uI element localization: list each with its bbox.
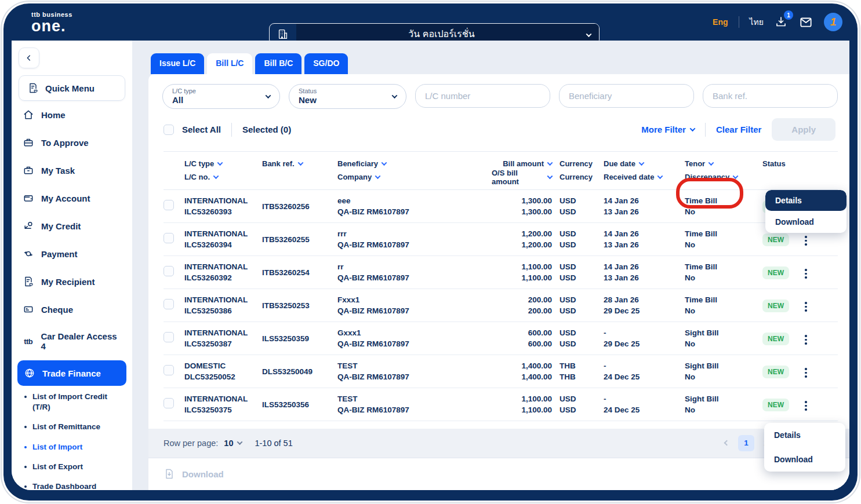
status-badge: NEW [762,333,789,345]
sidebar-item-home[interactable]: Home [19,101,125,129]
row-checkbox[interactable] [164,266,174,276]
avatar[interactable]: 1 [824,13,842,31]
sidebar-subitem-trade-dashboard[interactable]: Trade Dashboard [19,477,125,490]
lc-type-select[interactable]: L/C type All [162,84,280,109]
prev-page-button[interactable] [718,435,735,451]
row-checkbox[interactable] [164,299,174,309]
chevron-down-icon [392,93,398,98]
row-checkbox[interactable] [164,398,174,408]
sidebar-subitem-list-of-export[interactable]: List of Export [19,457,125,477]
language-thai[interactable]: ไทย [750,16,764,28]
sidebar-item-my-account[interactable]: My Account [19,184,125,212]
col-beneficiary[interactable]: Beneficiary Company [337,157,492,184]
col-bank-ref[interactable]: Bank ref. [262,157,337,184]
sidebar-item-car-dealer-access-4[interactable]: ttb Car Dealer Access 4 [19,323,125,359]
table-row[interactable]: INTERNATIONALILC53260393 ITB53260256 eee… [164,190,838,223]
sidebar-item-cheque[interactable]: Cheque [19,295,125,323]
download-button[interactable]: Download [164,468,224,480]
status-badge: NEW [762,366,789,378]
sidebar: Quick Menu Home To Approve My Task [12,41,132,490]
sidebar-item-my-recipient[interactable]: My Recipient [19,268,125,295]
col-status: Status [755,157,800,184]
table-row[interactable]: INTERNATIONALILC53250375 ILS53250356 TES… [164,388,838,421]
row-checkbox[interactable] [164,332,174,342]
sidebar-item-my-task[interactable]: My Task [19,156,125,184]
filter-row: L/C type All Status New [148,74,849,109]
tab-bill-lc[interactable]: Bill L/C [207,53,252,74]
bottom-action-bar: Download [148,458,849,490]
sort-icon[interactable] [297,160,303,166]
sidebar-item-quick-menu[interactable]: Quick Menu [19,75,125,101]
table-row[interactable]: INTERNATIONALILC53250386 ITB53250253 Fxx… [164,289,838,322]
context-menu-download[interactable]: Download [764,447,845,472]
table-row[interactable]: INTERNATIONALILC53260392 ITB53260254 rrQ… [164,256,838,289]
sort-icon[interactable] [213,173,219,179]
sidebar-subitem-list-of-import[interactable]: List of Import [19,437,125,457]
tab-issue-lc[interactable]: Issue L/C [151,53,204,74]
briefcase-icon [22,137,35,148]
language-eng[interactable]: Eng [713,17,728,27]
table-row[interactable]: INTERNATIONALILC53250387 ILS53250359 Gxx… [164,322,838,355]
sidebar-item-payment[interactable]: Payment [19,240,125,268]
row-checkbox[interactable] [164,233,174,243]
col-lc-type[interactable]: L/C type L/C no. [184,157,262,184]
kebab-menu-icon[interactable] [800,298,812,315]
sidebar-item-my-credit[interactable]: My Credit [19,212,125,240]
table-row[interactable]: INTERNATIONALILC53260394 ITB53260255 rrr… [164,223,838,256]
tab-sg-do[interactable]: SG/DO [304,53,348,74]
sort-icon[interactable] [638,160,644,166]
lc-number-input[interactable] [415,84,550,108]
kebab-menu-icon[interactable] [800,397,812,414]
file-download-icon [164,468,175,480]
page-button[interactable]: 1 [738,435,754,451]
chevron-down-icon[interactable] [237,439,243,445]
bullet-icon [24,426,27,428]
context-menu-details[interactable]: Details [764,423,845,447]
pagination-bar: Row per page: 10 1-10 of 51 12345 [148,429,849,458]
tab-bill-bc[interactable]: Bill B/C [255,53,301,74]
company-name: วัน คอเปอร์เรชั่น [296,27,587,41]
col-tenor[interactable]: Tenor Discrepancy [677,157,755,184]
context-menu-details[interactable]: Details [765,190,847,211]
sidebar-item-to-approve[interactable]: To Approve [19,129,125,156]
row-context-menu: Details Download [764,423,845,472]
sort-icon[interactable] [382,160,387,166]
context-menu-download[interactable]: Download [765,211,847,233]
sidebar-collapse-button[interactable] [19,48,39,68]
more-filter-button[interactable]: More Filter [641,125,695,134]
download-center-button[interactable]: 1 [774,15,788,29]
select-all-checkbox[interactable] [164,125,174,135]
kebab-menu-icon[interactable] [800,331,812,348]
sort-icon[interactable] [657,173,663,179]
kebab-menu-icon[interactable] [800,364,812,381]
credit-icon [22,220,35,232]
row-checkbox[interactable] [164,200,174,210]
row-checkbox[interactable] [164,365,174,375]
sort-icon[interactable] [709,160,714,166]
sidebar-subitem-list-of-import-credit[interactable]: List of Import Credit (T/R) [19,387,125,417]
sidebar-item-trade-finance[interactable]: Trade Finance [17,360,126,386]
sort-icon[interactable] [375,173,381,179]
beneficiary-input[interactable] [559,84,694,108]
select-all-label[interactable]: Select All [182,125,221,134]
table-row[interactable]: INTERNATIONAL ITB53250234 testt 400.00 U… [164,421,838,429]
kebab-menu-icon[interactable] [800,232,812,249]
col-bill-amount[interactable]: Bill amount O/S bill amount [492,157,552,184]
col-due-date[interactable]: Due date Received date [596,157,677,184]
mail-icon[interactable] [798,14,813,30]
chevron-down-icon [587,29,591,39]
bullet-icon [24,466,27,468]
divider [231,123,232,137]
kebab-menu-icon[interactable] [800,265,812,282]
bank-ref-input[interactable] [703,84,838,108]
sort-icon[interactable] [733,173,739,179]
clear-filter-button[interactable]: Clear Filter [716,125,761,134]
status-select[interactable]: Status New [289,84,406,109]
sort-icon[interactable] [217,160,223,166]
table-row[interactable]: DOMESTICDLC53250052 DLS53250049 TESTQA-B… [164,355,838,388]
status-badge: NEW [762,399,789,411]
document-heart-icon [27,82,39,94]
row-per-page-select[interactable]: 10 [224,439,233,448]
sidebar-subitem-list-of-remittance[interactable]: List of Remittance [19,417,125,437]
apply-button[interactable]: Apply [772,118,835,141]
